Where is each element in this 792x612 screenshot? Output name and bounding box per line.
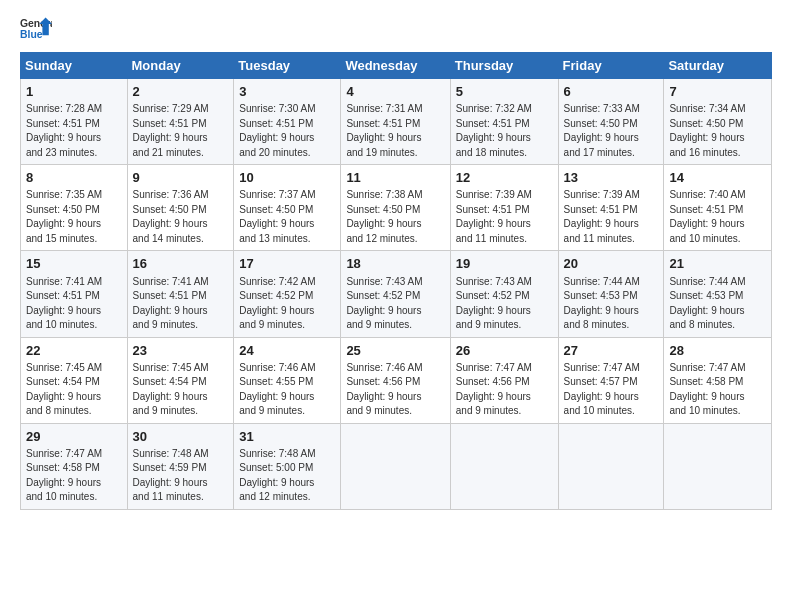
day-number: 29 bbox=[26, 428, 122, 446]
calendar-day-26: 26Sunrise: 7:47 AM Sunset: 4:56 PM Dayli… bbox=[450, 337, 558, 423]
day-info: Sunrise: 7:32 AM Sunset: 4:51 PM Dayligh… bbox=[456, 102, 553, 160]
day-info: Sunrise: 7:33 AM Sunset: 4:50 PM Dayligh… bbox=[564, 102, 659, 160]
calendar-day-10: 10Sunrise: 7:37 AM Sunset: 4:50 PM Dayli… bbox=[234, 165, 341, 251]
day-number: 13 bbox=[564, 169, 659, 187]
day-info: Sunrise: 7:37 AM Sunset: 4:50 PM Dayligh… bbox=[239, 188, 335, 246]
page: General Blue SundayMondayTuesdayWednesda… bbox=[0, 0, 792, 612]
day-number: 7 bbox=[669, 83, 766, 101]
day-number: 4 bbox=[346, 83, 444, 101]
svg-text:Blue: Blue bbox=[20, 29, 43, 40]
day-info: Sunrise: 7:45 AM Sunset: 4:54 PM Dayligh… bbox=[133, 361, 229, 419]
day-number: 3 bbox=[239, 83, 335, 101]
day-info: Sunrise: 7:44 AM Sunset: 4:53 PM Dayligh… bbox=[669, 275, 766, 333]
day-number: 18 bbox=[346, 255, 444, 273]
day-number: 30 bbox=[133, 428, 229, 446]
day-number: 15 bbox=[26, 255, 122, 273]
day-number: 2 bbox=[133, 83, 229, 101]
day-number: 25 bbox=[346, 342, 444, 360]
day-number: 31 bbox=[239, 428, 335, 446]
day-number: 21 bbox=[669, 255, 766, 273]
logo: General Blue bbox=[20, 16, 52, 44]
day-info: Sunrise: 7:44 AM Sunset: 4:53 PM Dayligh… bbox=[564, 275, 659, 333]
calendar-day-3: 3Sunrise: 7:30 AM Sunset: 4:51 PM Daylig… bbox=[234, 79, 341, 165]
day-info: Sunrise: 7:29 AM Sunset: 4:51 PM Dayligh… bbox=[133, 102, 229, 160]
day-info: Sunrise: 7:47 AM Sunset: 4:58 PM Dayligh… bbox=[669, 361, 766, 419]
day-info: Sunrise: 7:36 AM Sunset: 4:50 PM Dayligh… bbox=[133, 188, 229, 246]
day-number: 11 bbox=[346, 169, 444, 187]
calendar-week-5: 29Sunrise: 7:47 AM Sunset: 4:58 PM Dayli… bbox=[21, 423, 772, 509]
day-info: Sunrise: 7:30 AM Sunset: 4:51 PM Dayligh… bbox=[239, 102, 335, 160]
day-number: 9 bbox=[133, 169, 229, 187]
day-info: Sunrise: 7:45 AM Sunset: 4:54 PM Dayligh… bbox=[26, 361, 122, 419]
day-number: 24 bbox=[239, 342, 335, 360]
day-number: 27 bbox=[564, 342, 659, 360]
header-wednesday: Wednesday bbox=[341, 53, 450, 79]
day-info: Sunrise: 7:46 AM Sunset: 4:56 PM Dayligh… bbox=[346, 361, 444, 419]
day-info: Sunrise: 7:40 AM Sunset: 4:51 PM Dayligh… bbox=[669, 188, 766, 246]
header-tuesday: Tuesday bbox=[234, 53, 341, 79]
day-info: Sunrise: 7:31 AM Sunset: 4:51 PM Dayligh… bbox=[346, 102, 444, 160]
calendar-day-27: 27Sunrise: 7:47 AM Sunset: 4:57 PM Dayli… bbox=[558, 337, 664, 423]
calendar-day-16: 16Sunrise: 7:41 AM Sunset: 4:51 PM Dayli… bbox=[127, 251, 234, 337]
calendar-day-8: 8Sunrise: 7:35 AM Sunset: 4:50 PM Daylig… bbox=[21, 165, 128, 251]
day-number: 16 bbox=[133, 255, 229, 273]
calendar-day-4: 4Sunrise: 7:31 AM Sunset: 4:51 PM Daylig… bbox=[341, 79, 450, 165]
day-info: Sunrise: 7:35 AM Sunset: 4:50 PM Dayligh… bbox=[26, 188, 122, 246]
calendar-day-1: 1Sunrise: 7:28 AM Sunset: 4:51 PM Daylig… bbox=[21, 79, 128, 165]
day-info: Sunrise: 7:43 AM Sunset: 4:52 PM Dayligh… bbox=[346, 275, 444, 333]
logo-icon: General Blue bbox=[20, 16, 52, 44]
calendar-day-15: 15Sunrise: 7:41 AM Sunset: 4:51 PM Dayli… bbox=[21, 251, 128, 337]
calendar-week-3: 15Sunrise: 7:41 AM Sunset: 4:51 PM Dayli… bbox=[21, 251, 772, 337]
empty-cell bbox=[558, 423, 664, 509]
calendar-day-28: 28Sunrise: 7:47 AM Sunset: 4:58 PM Dayli… bbox=[664, 337, 772, 423]
day-number: 8 bbox=[26, 169, 122, 187]
calendar-day-6: 6Sunrise: 7:33 AM Sunset: 4:50 PM Daylig… bbox=[558, 79, 664, 165]
header-friday: Friday bbox=[558, 53, 664, 79]
calendar-day-12: 12Sunrise: 7:39 AM Sunset: 4:51 PM Dayli… bbox=[450, 165, 558, 251]
day-number: 6 bbox=[564, 83, 659, 101]
calendar-day-9: 9Sunrise: 7:36 AM Sunset: 4:50 PM Daylig… bbox=[127, 165, 234, 251]
calendar-week-4: 22Sunrise: 7:45 AM Sunset: 4:54 PM Dayli… bbox=[21, 337, 772, 423]
calendar-day-24: 24Sunrise: 7:46 AM Sunset: 4:55 PM Dayli… bbox=[234, 337, 341, 423]
day-info: Sunrise: 7:43 AM Sunset: 4:52 PM Dayligh… bbox=[456, 275, 553, 333]
header-thursday: Thursday bbox=[450, 53, 558, 79]
header-monday: Monday bbox=[127, 53, 234, 79]
day-number: 26 bbox=[456, 342, 553, 360]
calendar-day-22: 22Sunrise: 7:45 AM Sunset: 4:54 PM Dayli… bbox=[21, 337, 128, 423]
day-info: Sunrise: 7:38 AM Sunset: 4:50 PM Dayligh… bbox=[346, 188, 444, 246]
day-info: Sunrise: 7:39 AM Sunset: 4:51 PM Dayligh… bbox=[456, 188, 553, 246]
empty-cell bbox=[341, 423, 450, 509]
day-info: Sunrise: 7:47 AM Sunset: 4:56 PM Dayligh… bbox=[456, 361, 553, 419]
calendar-day-25: 25Sunrise: 7:46 AM Sunset: 4:56 PM Dayli… bbox=[341, 337, 450, 423]
calendar-week-2: 8Sunrise: 7:35 AM Sunset: 4:50 PM Daylig… bbox=[21, 165, 772, 251]
calendar-day-5: 5Sunrise: 7:32 AM Sunset: 4:51 PM Daylig… bbox=[450, 79, 558, 165]
header-sunday: Sunday bbox=[21, 53, 128, 79]
calendar-day-17: 17Sunrise: 7:42 AM Sunset: 4:52 PM Dayli… bbox=[234, 251, 341, 337]
day-number: 19 bbox=[456, 255, 553, 273]
day-info: Sunrise: 7:48 AM Sunset: 4:59 PM Dayligh… bbox=[133, 447, 229, 505]
calendar-day-31: 31Sunrise: 7:48 AM Sunset: 5:00 PM Dayli… bbox=[234, 423, 341, 509]
calendar-day-20: 20Sunrise: 7:44 AM Sunset: 4:53 PM Dayli… bbox=[558, 251, 664, 337]
empty-cell bbox=[664, 423, 772, 509]
day-number: 5 bbox=[456, 83, 553, 101]
calendar-day-2: 2Sunrise: 7:29 AM Sunset: 4:51 PM Daylig… bbox=[127, 79, 234, 165]
day-number: 23 bbox=[133, 342, 229, 360]
calendar: SundayMondayTuesdayWednesdayThursdayFrid… bbox=[20, 52, 772, 510]
calendar-day-29: 29Sunrise: 7:47 AM Sunset: 4:58 PM Dayli… bbox=[21, 423, 128, 509]
header-saturday: Saturday bbox=[664, 53, 772, 79]
calendar-day-7: 7Sunrise: 7:34 AM Sunset: 4:50 PM Daylig… bbox=[664, 79, 772, 165]
day-info: Sunrise: 7:47 AM Sunset: 4:58 PM Dayligh… bbox=[26, 447, 122, 505]
day-number: 1 bbox=[26, 83, 122, 101]
empty-cell bbox=[450, 423, 558, 509]
day-info: Sunrise: 7:28 AM Sunset: 4:51 PM Dayligh… bbox=[26, 102, 122, 160]
calendar-day-23: 23Sunrise: 7:45 AM Sunset: 4:54 PM Dayli… bbox=[127, 337, 234, 423]
calendar-day-21: 21Sunrise: 7:44 AM Sunset: 4:53 PM Dayli… bbox=[664, 251, 772, 337]
header: General Blue bbox=[20, 16, 772, 44]
day-info: Sunrise: 7:41 AM Sunset: 4:51 PM Dayligh… bbox=[133, 275, 229, 333]
day-number: 17 bbox=[239, 255, 335, 273]
day-number: 12 bbox=[456, 169, 553, 187]
day-number: 14 bbox=[669, 169, 766, 187]
day-number: 10 bbox=[239, 169, 335, 187]
calendar-day-30: 30Sunrise: 7:48 AM Sunset: 4:59 PM Dayli… bbox=[127, 423, 234, 509]
calendar-day-13: 13Sunrise: 7:39 AM Sunset: 4:51 PM Dayli… bbox=[558, 165, 664, 251]
